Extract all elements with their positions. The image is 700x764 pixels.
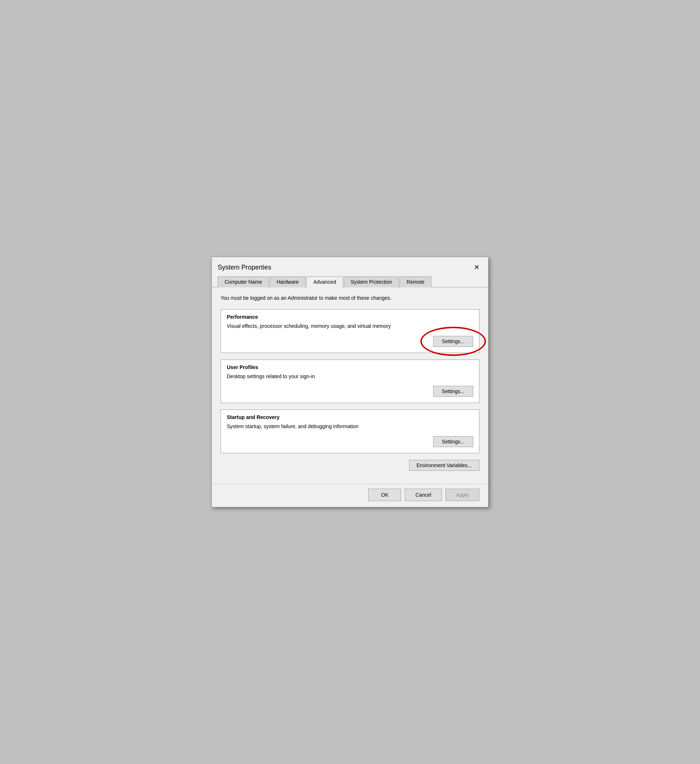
env-button-row: Environment Variables... (220, 460, 480, 471)
user-profiles-section: User Profiles Desktop settings related t… (220, 360, 480, 403)
tabs-bar: Computer Name Hardware Advanced System P… (212, 273, 488, 287)
tab-advanced[interactable]: Advanced (306, 276, 343, 287)
startup-recovery-title: Startup and Recovery (227, 414, 473, 420)
user-profiles-desc: Desktop settings related to your sign-in (227, 373, 473, 380)
performance-title: Performance (227, 314, 473, 320)
ok-button[interactable]: OK (368, 488, 401, 501)
admin-notice: You must be logged on as an Administrato… (220, 295, 480, 302)
environment-variables-button[interactable]: Environment Variables... (409, 460, 480, 471)
user-profiles-button-row: Settings... (227, 386, 473, 397)
startup-recovery-section: Startup and Recovery System startup, sys… (220, 410, 480, 453)
title-bar: System Properties ✕ (212, 257, 488, 273)
apply-button[interactable]: Apply (445, 488, 480, 501)
content-area: You must be logged on as an Administrato… (212, 287, 488, 484)
tab-remote[interactable]: Remote (400, 276, 431, 287)
performance-settings-button[interactable]: Settings... (433, 336, 473, 347)
tab-hardware[interactable]: Hardware (270, 276, 306, 287)
bottom-buttons: OK Cancel Apply (212, 484, 488, 507)
system-properties-dialog: System Properties ✕ Computer Name Hardwa… (211, 257, 489, 507)
performance-section: Performance Visual effects, processor sc… (220, 309, 480, 353)
tab-computer-name[interactable]: Computer Name (218, 276, 269, 287)
performance-settings-wrapper: Settings... (433, 336, 473, 347)
startup-recovery-settings-button[interactable]: Settings... (433, 436, 473, 447)
startup-recovery-desc: System startup, system failure, and debu… (227, 423, 473, 431)
close-button[interactable]: ✕ (471, 261, 482, 273)
cancel-button[interactable]: Cancel (405, 488, 442, 501)
user-profiles-settings-button[interactable]: Settings... (433, 386, 473, 397)
user-profiles-title: User Profiles (227, 364, 473, 370)
tab-system-protection[interactable]: System Protection (344, 276, 399, 287)
performance-desc: Visual effects, processor scheduling, me… (227, 323, 473, 330)
performance-button-row: Settings... (227, 336, 473, 347)
dialog-title: System Properties (218, 264, 271, 271)
startup-recovery-button-row: Settings... (227, 436, 473, 447)
